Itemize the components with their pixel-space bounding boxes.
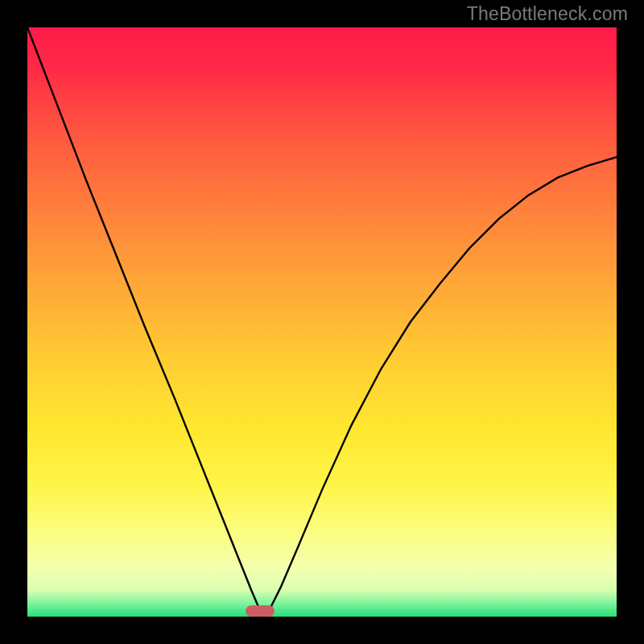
plot-area [27, 27, 617, 617]
gradient-background [27, 27, 617, 617]
chart-svg [27, 27, 617, 617]
outer-frame: TheBottleneck.com [0, 0, 644, 644]
bottleneck-marker [246, 605, 275, 617]
watermark-text: TheBottleneck.com [467, 3, 628, 25]
